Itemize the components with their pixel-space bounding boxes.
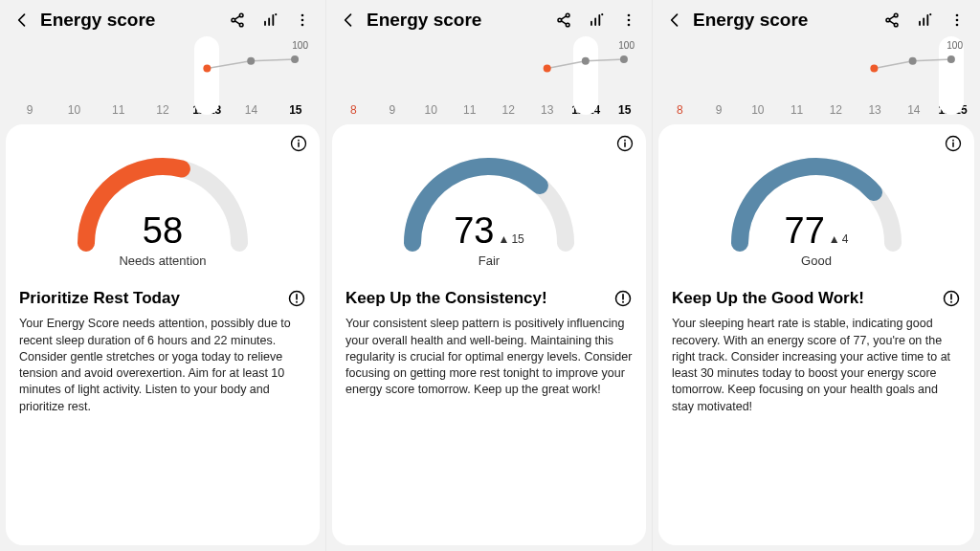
info-icon[interactable] [944,134,963,153]
svg-line-40 [913,59,951,61]
more-icon[interactable] [947,11,967,30]
energy-score-screen: Energy score100910111212/13141558Needs a… [0,0,326,551]
advice-body: Your consistent sleep pattern is positiv… [345,316,633,398]
more-icon[interactable] [293,11,312,30]
advice-title: Prioritize Rest Today [19,289,180,308]
date-cell[interactable]: 15 [274,103,318,117]
date-cell[interactable]: 12 [141,103,185,117]
score-row: 58 [143,210,183,252]
page-title: Energy score [367,10,548,31]
date-cell[interactable]: 10 [412,103,451,117]
svg-line-8 [251,59,295,61]
share-icon[interactable] [228,11,247,30]
score-label: Fair [479,253,500,268]
score-card: 73▲ 15FairKeep Up the Consistency!Your c… [332,124,646,545]
gauge: 77▲ 4Good [672,138,961,268]
info-icon[interactable] [289,134,308,153]
date-cell[interactable]: 13 [856,103,895,117]
date-cell[interactable]: 9 [700,103,739,117]
svg-point-41 [870,65,878,73]
more-icon[interactable] [619,11,638,30]
axis-max-label: 100 [292,40,308,51]
svg-point-4 [301,14,304,17]
warning-icon[interactable] [942,289,961,308]
svg-point-43 [947,55,955,63]
back-button[interactable] [10,8,34,33]
back-button[interactable] [662,8,687,33]
date-cell[interactable]: 11 [777,103,816,117]
svg-point-9 [203,65,211,73]
svg-line-24 [586,59,624,61]
date-cell[interactable]: 10 [52,103,96,117]
svg-point-13 [298,140,300,142]
header: Energy score [0,0,325,36]
stats-icon[interactable] [587,11,606,30]
date-cell[interactable]: 12 [816,103,856,117]
back-button[interactable] [336,8,361,33]
svg-point-31 [622,301,624,303]
score-value: 73 [454,210,494,252]
share-icon[interactable] [554,11,573,30]
trend-chart[interactable]: 100 [10,38,316,103]
date-cell[interactable]: 9 [373,103,412,117]
energy-score-screen: Energy score100891011121312/141573▲ 15Fa… [326,0,653,551]
date-axis[interactable]: 891011121312/1415 [326,103,652,124]
date-cell[interactable]: 13 [528,103,568,117]
advice-title: Keep Up the Consistency! [345,289,547,308]
score-row: 77▲ 4 [785,210,849,252]
score-label: Needs attention [119,253,206,268]
svg-point-3 [275,13,277,15]
advice-header: Prioritize Rest Today [19,289,306,308]
page-title: Energy score [693,10,877,31]
trend-chart[interactable]: 100 [336,38,642,103]
svg-point-47 [950,301,952,303]
advice-body: Your Energy Score needs attention, possi… [19,316,306,415]
axis-max-label: 100 [947,40,963,51]
trend-chart[interactable]: 100 [662,38,970,103]
score-label: Good [801,253,832,268]
warning-icon[interactable] [613,289,633,308]
advice-header: Keep Up the Good Work! [672,289,961,308]
date-axis[interactable]: 89101112131412/15 [653,103,980,124]
svg-point-10 [247,57,255,65]
svg-point-36 [956,14,959,17]
advice-title: Keep Up the Good Work! [672,289,864,308]
stats-icon[interactable] [260,11,279,30]
score-row: 73▲ 15 [454,210,524,252]
svg-point-27 [620,55,628,63]
header-actions [228,11,312,30]
date-cell[interactable]: 10 [739,103,778,117]
date-cell[interactable]: 15 [606,103,645,117]
date-cell[interactable]: 12 [489,103,528,117]
gauge: 58Needs attention [19,138,306,268]
date-cell[interactable]: 11 [451,103,490,117]
advice-header: Keep Up the Consistency! [345,289,633,308]
svg-line-7 [207,61,251,69]
svg-point-25 [544,65,551,73]
stats-icon[interactable] [915,11,934,30]
svg-point-15 [296,301,298,303]
svg-point-35 [929,13,931,15]
date-cell[interactable]: 14 [229,103,273,117]
header: Energy score [653,0,980,36]
date-cell[interactable]: 14 [895,103,934,117]
share-icon[interactable] [882,11,902,30]
warning-icon[interactable] [287,289,306,308]
energy-score-screen: Energy score10089101112131412/1577▲ 4Goo… [653,0,980,551]
date-cell[interactable]: 8 [334,103,373,117]
score-value: 77 [785,210,825,252]
date-axis[interactable]: 910111212/131415 [0,103,325,124]
score-delta: ▲ 4 [829,232,849,246]
header-actions [882,11,967,30]
date-cell[interactable]: 9 [8,103,52,117]
svg-point-22 [628,24,631,27]
svg-point-21 [628,19,631,22]
svg-point-29 [624,140,626,142]
info-icon[interactable] [615,134,635,153]
svg-point-45 [952,140,954,142]
svg-point-11 [291,55,299,63]
date-cell[interactable]: 11 [97,103,141,117]
date-cell[interactable]: 8 [660,103,700,117]
svg-point-26 [582,57,590,65]
axis-max-label: 100 [618,40,635,51]
